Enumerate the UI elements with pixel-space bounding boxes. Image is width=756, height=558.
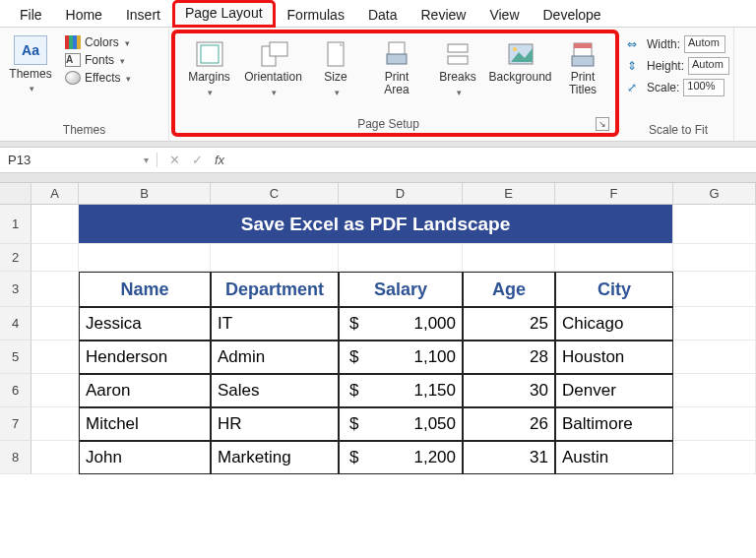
- margins-button[interactable]: Margins: [179, 37, 239, 98]
- table-cell-salary[interactable]: $1,000: [339, 307, 463, 341]
- colors-icon: [65, 35, 81, 49]
- row-header-5[interactable]: 5: [0, 341, 32, 374]
- colors-button[interactable]: Colors: [65, 35, 131, 49]
- title-cell[interactable]: Save Excel as PDF Landscape: [79, 205, 673, 244]
- row-header-7[interactable]: 7: [0, 407, 32, 441]
- row-header-2[interactable]: 2: [0, 244, 32, 272]
- themes-button[interactable]: Aa Themes: [4, 35, 57, 94]
- svg-rect-14: [572, 56, 594, 66]
- print-titles-button[interactable]: Print Titles: [554, 37, 611, 98]
- table-cell-age[interactable]: 31: [463, 441, 555, 474]
- table-cell-age[interactable]: 26: [463, 407, 555, 441]
- row-header-4[interactable]: 4: [0, 307, 32, 341]
- chevron-down-icon: [206, 86, 213, 98]
- col-header-c[interactable]: C: [211, 183, 339, 205]
- effects-label: Effects: [85, 71, 120, 85]
- table-cell-dept[interactable]: Admin: [211, 341, 339, 374]
- width-value[interactable]: Autom: [684, 35, 725, 53]
- table-cell-city[interactable]: Houston: [555, 341, 673, 374]
- table-cell-age[interactable]: 30: [463, 374, 555, 407]
- table-header-name[interactable]: Name: [79, 272, 211, 307]
- group-page-setup-label: Page Setup: [357, 117, 419, 131]
- col-header-g[interactable]: G: [673, 183, 756, 205]
- col-header-b[interactable]: B: [79, 183, 211, 205]
- table-cell-salary[interactable]: $1,100: [339, 341, 463, 374]
- group-scale-to-fit: ⇔ Width: Autom ⇕ Height: Autom ⤢ Scale: …: [621, 28, 734, 141]
- page-setup-dialog-launcher[interactable]: ↘: [596, 117, 609, 131]
- table-header-salary[interactable]: Salary: [339, 272, 463, 307]
- table-cell-name[interactable]: John: [79, 441, 211, 474]
- col-header-e[interactable]: E: [463, 183, 555, 205]
- name-box[interactable]: P13 ▾: [0, 153, 158, 167]
- tab-insert[interactable]: Insert: [114, 3, 172, 27]
- print-area-button[interactable]: Print Area: [368, 37, 425, 98]
- table-cell-dept[interactable]: HR: [211, 407, 339, 441]
- chevron-down-icon: [333, 86, 340, 98]
- tab-data[interactable]: Data: [356, 3, 410, 27]
- fonts-label: Fonts: [85, 53, 114, 67]
- table-cell-name[interactable]: Aaron: [79, 374, 211, 407]
- table-cell-city[interactable]: Denver: [555, 374, 673, 407]
- enter-icon: ✓: [192, 153, 203, 167]
- scale-control[interactable]: ⤢ Scale: 100%: [627, 79, 724, 96]
- fonts-icon: A: [65, 53, 81, 67]
- margins-icon: [193, 39, 226, 69]
- worksheet[interactable]: A B C D E F G 1 Save Excel as PDF Landsc…: [0, 183, 756, 474]
- tab-file[interactable]: File: [8, 3, 54, 27]
- select-all-corner[interactable]: [0, 183, 32, 205]
- tab-formulas[interactable]: Formulas: [276, 3, 356, 27]
- table-cell-age[interactable]: 28: [463, 341, 555, 374]
- table-cell-age[interactable]: 25: [463, 307, 555, 341]
- svg-rect-7: [448, 44, 468, 52]
- table-cell-salary[interactable]: $1,050: [339, 407, 463, 441]
- scale-value[interactable]: 100%: [683, 79, 724, 96]
- row-header-1[interactable]: 1: [0, 205, 32, 244]
- tab-view[interactable]: View: [477, 3, 531, 27]
- svg-rect-6: [387, 54, 407, 64]
- col-header-f[interactable]: F: [555, 183, 673, 205]
- cell[interactable]: [32, 205, 79, 244]
- effects-button[interactable]: Effects: [65, 71, 131, 85]
- table-cell-dept[interactable]: IT: [211, 307, 339, 341]
- tab-review[interactable]: Review: [410, 3, 478, 27]
- print-area-icon: [380, 39, 413, 69]
- table-cell-name[interactable]: Henderson: [79, 341, 211, 374]
- col-header-a[interactable]: A: [32, 183, 79, 205]
- table-header-city[interactable]: City: [555, 272, 673, 307]
- fonts-button[interactable]: A Fonts: [65, 53, 131, 67]
- chevron-down-icon: [118, 53, 125, 67]
- height-value[interactable]: Autom: [688, 57, 729, 75]
- row-header-8[interactable]: 8: [0, 441, 32, 474]
- background-button[interactable]: Background: [490, 37, 550, 98]
- table-cell-dept[interactable]: Sales: [211, 374, 339, 407]
- col-header-d[interactable]: D: [339, 183, 463, 205]
- table-cell-city[interactable]: Austin: [555, 441, 673, 474]
- table-cell-city[interactable]: Chicago: [555, 307, 673, 341]
- svg-rect-3: [270, 42, 287, 56]
- chevron-down-icon: [4, 81, 57, 94]
- width-control[interactable]: ⇔ Width: Autom: [627, 35, 725, 53]
- row-header-6[interactable]: 6: [0, 374, 32, 407]
- table-cell-city[interactable]: Baltimore: [555, 407, 673, 441]
- table-cell-name[interactable]: Mitchel: [79, 407, 211, 441]
- tab-home[interactable]: Home: [54, 3, 114, 27]
- fx-icon[interactable]: fx: [215, 153, 224, 167]
- table-cell-name[interactable]: Jessica: [79, 307, 211, 341]
- tab-developer[interactable]: Develope: [532, 3, 613, 27]
- width-icon: ⇔: [627, 37, 643, 51]
- tab-page-layout[interactable]: Page Layout: [172, 0, 276, 28]
- table-header-age[interactable]: Age: [463, 272, 555, 307]
- table-header-dept[interactable]: Department: [211, 272, 339, 307]
- table-cell-dept[interactable]: Marketing: [211, 441, 339, 474]
- breaks-icon: [441, 39, 474, 69]
- group-themes: Aa Themes Colors A Fonts Effects: [0, 28, 169, 141]
- row-header-3[interactable]: 3: [0, 272, 32, 307]
- size-button[interactable]: Size: [307, 37, 364, 98]
- table-cell-salary[interactable]: $1,200: [339, 441, 463, 474]
- cell[interactable]: [673, 205, 756, 244]
- svg-point-11: [513, 47, 517, 51]
- height-control[interactable]: ⇕ Height: Autom: [627, 57, 729, 75]
- breaks-button[interactable]: Breaks: [429, 37, 486, 98]
- table-cell-salary[interactable]: $1,150: [339, 374, 463, 407]
- orientation-button[interactable]: Orientation: [243, 37, 303, 98]
